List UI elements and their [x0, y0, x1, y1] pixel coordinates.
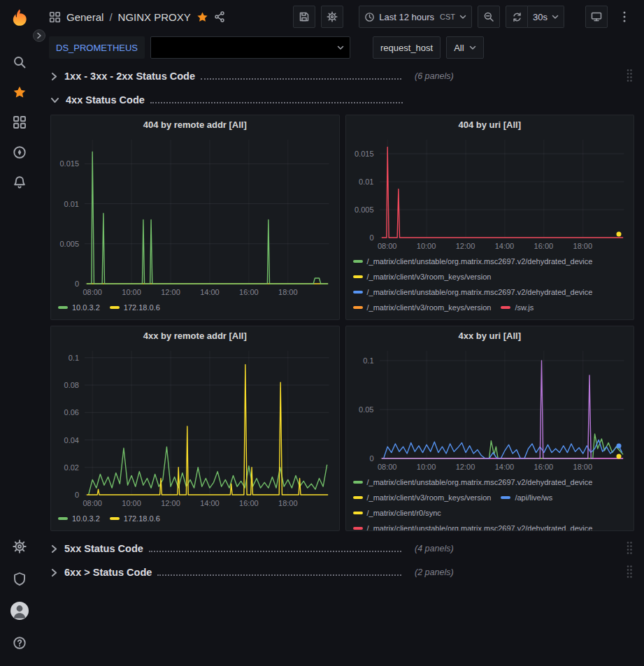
sidebar-item-configuration[interactable] — [6, 533, 34, 560]
sidebar-item-explore[interactable] — [6, 138, 34, 166]
sidebar-item-search[interactable] — [6, 48, 34, 76]
legend-item[interactable]: /_matrix/client/unstable/org.matrix.msc2… — [353, 475, 593, 490]
row-5xx[interactable]: 5xx Status Code (4 panels) — [50, 538, 634, 559]
legend-label: 10.0.3.2 — [72, 300, 100, 315]
time-range-picker[interactable]: Last 12 hours CST — [359, 6, 472, 28]
sidebar-item-starred[interactable] — [6, 78, 34, 106]
legend-item[interactable]: /_matrix/client/unstable/org.matrix.msc2… — [353, 521, 593, 530]
refresh-interval-dropdown[interactable]: 30s — [528, 6, 564, 28]
legend-item[interactable]: /_matrix/client/unstable/org.matrix.msc2… — [353, 284, 593, 300]
row-drag-handle[interactable] — [624, 563, 634, 582]
legend-item[interactable]: /_matrix/client/v3/room_keys/version — [353, 300, 492, 315]
row-1xx-3xx-2xx[interactable]: 1xx - 3xx - 2xx Status Code (6 panels) — [50, 66, 634, 87]
person-icon — [10, 602, 29, 620]
chevron-down-icon — [459, 15, 466, 20]
refresh-button[interactable] — [506, 6, 528, 28]
legend-item[interactable]: /_matrix/client/v3/room_keys/version — [353, 490, 492, 505]
chevron-right-icon — [50, 544, 58, 553]
variable-request-host-select[interactable]: All — [446, 36, 483, 59]
dashboard-settings-button[interactable] — [321, 6, 343, 28]
panel-title[interactable]: 404 by uri [All] — [346, 115, 634, 134]
dashboard-toolbar: General / NGINX PROXY — [39, 0, 644, 34]
legend-item[interactable]: /_matrix/client/r0/sync — [353, 505, 441, 521]
plot-area[interactable] — [380, 140, 624, 238]
row-drag-handle[interactable] — [624, 540, 634, 558]
save-icon — [299, 11, 310, 22]
legend-item[interactable]: /api/live/ws — [501, 490, 552, 505]
variables-bar: DS_PROMETHEUS request_host All — [39, 34, 644, 61]
kebab-menu-icon — [623, 11, 626, 22]
legend-item[interactable]: 172.18.0.6 — [110, 300, 160, 315]
panel-title[interactable]: 4xx by uri [All] — [346, 326, 634, 345]
y-axis-labels: 00.020.040.060.080.1 — [54, 351, 82, 495]
grafana-flame-icon — [8, 7, 31, 31]
row-title-wrap: 4xx Status Code — [66, 94, 403, 106]
sidebar-item-server-admin[interactable] — [6, 565, 34, 593]
legend-item[interactable]: 172.18.0.6 — [110, 511, 160, 526]
row-dotted-leader — [201, 78, 401, 80]
legend-label: /_matrix/client/unstable/org.matrix.msc2… — [367, 521, 593, 530]
legend-item[interactable]: /_matrix/client/unstable/org.matrix.msc2… — [353, 254, 593, 269]
legend-swatch — [110, 306, 120, 309]
legend-item[interactable]: 10.0.3.2 — [58, 511, 100, 526]
legend-item[interactable]: /sw.js — [501, 300, 534, 315]
y-axis-labels: 00.050.1 — [349, 351, 377, 458]
gear-icon — [13, 540, 27, 553]
sidebar-expand-button[interactable] — [33, 29, 45, 42]
row-drag-handle[interactable] — [624, 67, 634, 86]
row-4xx[interactable]: 4xx Status Code — [50, 89, 634, 110]
share-icon[interactable] — [214, 11, 225, 22]
row-panel-count: (2 panels) — [415, 567, 454, 577]
sidebar — [0, 0, 39, 666]
plot-area[interactable] — [380, 351, 624, 458]
cycle-view-mode-button[interactable] — [585, 6, 608, 28]
chevron-down-icon — [469, 45, 476, 50]
refresh-interval-label: 30s — [533, 12, 548, 22]
legend-label: /_matrix/client/r0/sync — [367, 505, 441, 521]
chevron-right-icon — [50, 568, 58, 577]
panel-title[interactable]: 4xx by remote addr [All] — [51, 326, 339, 345]
zoom-out-time-button[interactable] — [478, 6, 500, 28]
variable-request-host-label[interactable]: request_host — [373, 36, 441, 59]
sidebar-item-dashboards[interactable] — [6, 108, 34, 136]
variable-datasource-label[interactable]: DS_PROMETHEUS — [49, 36, 145, 59]
row-6xx[interactable]: 6xx > Status Code (2 panels) — [50, 562, 634, 583]
dashboard-content: 1xx - 3xx - 2xx Status Code (6 panels) 4… — [39, 61, 644, 666]
series-endpoint-dot — [617, 443, 622, 448]
plot-area[interactable] — [85, 351, 329, 495]
star-icon — [13, 85, 27, 99]
save-dashboard-button[interactable] — [293, 6, 315, 28]
legend-label: /_matrix/client/unstable/org.matrix.msc2… — [367, 284, 593, 300]
breadcrumb-folder[interactable]: General — [66, 11, 103, 23]
dashboard-title[interactable]: NGINX PROXY — [118, 11, 191, 23]
legend-item[interactable]: /_matrix/client/v3/room_keys/version — [353, 269, 492, 284]
chevron-down-icon — [50, 96, 59, 104]
sidebar-item-alerting[interactable] — [6, 168, 34, 196]
legend-label: /_matrix/client/unstable/org.matrix.msc2… — [367, 475, 593, 490]
legend-swatch — [501, 306, 510, 309]
kebab-menu-button[interactable] — [613, 6, 636, 28]
refresh-group: 30s — [506, 6, 564, 28]
legend-label: /_matrix/client/v3/room_keys/version — [367, 269, 492, 284]
sidebar-nav-top — [6, 46, 34, 198]
legend-swatch — [353, 260, 363, 263]
panel-4xx-by-uri: 4xx by uri [All] 00.050.108:0010:0012:00… — [345, 326, 635, 531]
row-title-wrap: 5xx Status Code — [64, 543, 401, 554]
monitor-icon — [591, 11, 602, 22]
chevron-down-icon — [552, 15, 559, 20]
variable-datasource-select[interactable] — [150, 36, 350, 59]
request-host-value: All — [454, 43, 464, 53]
sidebar-item-help[interactable] — [6, 629, 34, 657]
legend-label: 10.0.3.2 — [72, 511, 100, 526]
sidebar-item-profile[interactable] — [6, 597, 34, 625]
favorite-star-icon[interactable] — [196, 11, 208, 23]
grafana-logo[interactable] — [8, 7, 31, 31]
plot-area[interactable] — [85, 140, 329, 284]
row-dotted-leader — [149, 551, 401, 552]
panel-title[interactable]: 404 by remote addr [All] — [51, 115, 339, 134]
chart-canvas — [380, 351, 624, 458]
legend-item[interactable]: 10.0.3.2 — [58, 300, 100, 315]
row-title: 6xx > Status Code — [64, 567, 152, 578]
drag-dots-icon — [626, 541, 633, 555]
legend-swatch — [58, 517, 68, 520]
